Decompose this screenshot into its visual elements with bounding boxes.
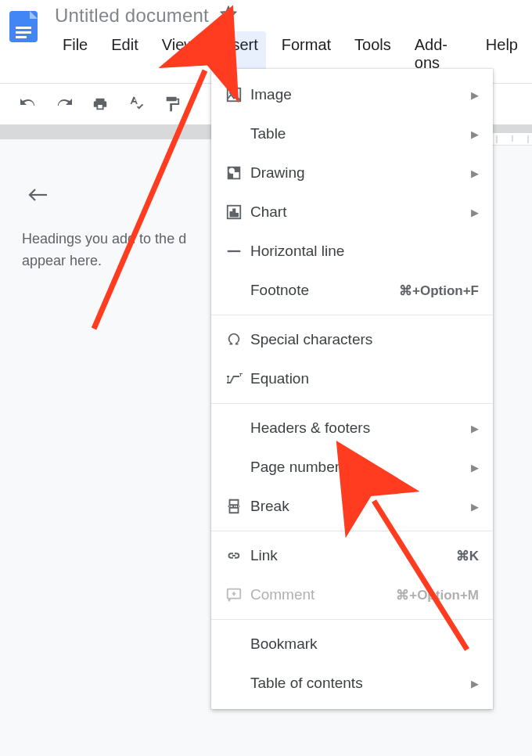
redo-icon[interactable]: [55, 95, 74, 113]
link-shortcut: ⌘K: [456, 548, 479, 564]
outline-empty-hint: Headings you add to the d appear here.: [22, 229, 210, 272]
comment-shortcut: ⌘+Option+M: [396, 587, 479, 603]
insert-equation[interactable]: Equation: [211, 359, 493, 398]
link-icon: [225, 547, 250, 564]
insert-drawing[interactable]: Drawing ▶: [211, 153, 493, 193]
insert-chart[interactable]: Chart ▶: [211, 193, 493, 232]
comment-icon: [225, 586, 250, 603]
drawing-icon: [225, 164, 250, 182]
ruler: [489, 133, 532, 146]
chevron-right-icon: ▶: [471, 501, 479, 513]
chevron-right-icon: ▶: [471, 167, 479, 179]
insert-page-numbers[interactable]: Page numbers ▶: [211, 448, 493, 487]
document-title[interactable]: Untitled document: [55, 5, 209, 27]
omega-icon: [225, 331, 250, 348]
insert-menu-dropdown: Image ▶ Table ▶ Drawing ▶ Chart ▶ Horizo…: [211, 69, 493, 709]
chevron-right-icon: ▶: [471, 462, 479, 473]
insert-horizontal-line[interactable]: Horizontal line: [211, 232, 493, 271]
print-icon[interactable]: [91, 95, 110, 113]
menu-edit[interactable]: Edit: [103, 31, 146, 77]
footnote-shortcut: ⌘+Option+F: [399, 283, 479, 299]
chevron-right-icon: ▶: [471, 678, 479, 689]
image-icon: [225, 86, 250, 103]
insert-table[interactable]: Table ▶: [211, 114, 493, 153]
chevron-right-icon: ▶: [471, 89, 479, 101]
page-break-icon: [225, 498, 250, 515]
chevron-right-icon: ▶: [471, 423, 479, 434]
spell-check-icon[interactable]: [127, 95, 146, 113]
undo-icon[interactable]: [19, 95, 38, 113]
svg-rect-12: [233, 172, 239, 178]
equation-icon: [225, 371, 250, 387]
chart-icon: [225, 203, 250, 221]
svg-rect-3: [16, 36, 27, 38]
star-icon[interactable]: [220, 5, 237, 26]
insert-image[interactable]: Image ▶: [211, 75, 493, 114]
insert-headers-footers[interactable]: Headers & footers ▶: [211, 409, 493, 448]
insert-special-characters[interactable]: Special characters: [211, 320, 493, 359]
insert-break[interactable]: Break ▶: [211, 487, 493, 526]
menu-view[interactable]: View: [154, 31, 203, 77]
svg-rect-2: [16, 31, 31, 34]
svg-point-9: [230, 92, 232, 94]
insert-link[interactable]: Link ⌘K: [211, 536, 493, 575]
svg-rect-14: [230, 212, 232, 217]
insert-comment: Comment ⌘+Option+M: [211, 575, 493, 614]
paint-format-icon[interactable]: [163, 95, 182, 113]
insert-bookmark[interactable]: Bookmark: [211, 625, 493, 664]
docs-logo-icon[interactable]: [6, 9, 41, 44]
svg-rect-16: [236, 214, 238, 217]
menu-file[interactable]: File: [55, 31, 95, 77]
chevron-right-icon: ▶: [471, 128, 479, 140]
svg-rect-1: [16, 27, 31, 29]
horizontal-line-icon: [225, 243, 250, 260]
chevron-right-icon: ▶: [471, 207, 479, 218]
svg-rect-15: [233, 209, 235, 216]
insert-table-of-contents[interactable]: Table of contents ▶: [211, 664, 493, 703]
insert-footnote[interactable]: Footnote ⌘+Option+F: [211, 271, 493, 310]
